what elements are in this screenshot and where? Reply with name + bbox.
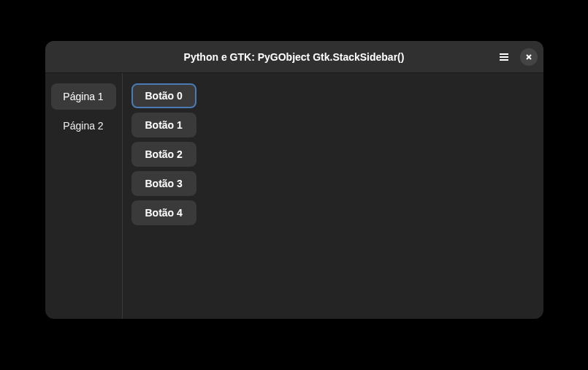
stack-content: Botão 0 Botão 1 Botão 2 Botão 3 Botão 4: [123, 73, 543, 319]
sidebar-item-label: Página 2: [63, 120, 103, 132]
hamburger-icon: [498, 51, 510, 63]
content-button-3[interactable]: Botão 3: [131, 171, 196, 196]
content-button-0[interactable]: Botão 0: [131, 83, 196, 108]
titlebar-controls: [495, 48, 538, 66]
application-window: Python e GTK: PyGObject Gtk.StackSidebar…: [45, 41, 543, 319]
close-button[interactable]: [520, 48, 538, 66]
close-icon: [525, 53, 532, 61]
sidebar-item-label: Página 1: [63, 91, 103, 102]
titlebar: Python e GTK: PyGObject Gtk.StackSidebar…: [45, 41, 543, 73]
sidebar-item-page-1[interactable]: Página 1: [51, 83, 116, 110]
window-body: Página 1 Página 2 Botão 0 Botão 1 Botão …: [45, 73, 543, 319]
svg-rect-2: [500, 59, 508, 61]
content-button-1[interactable]: Botão 1: [131, 113, 196, 137]
window-title: Python e GTK: PyGObject Gtk.StackSidebar…: [184, 51, 405, 63]
content-button-4[interactable]: Botão 4: [131, 200, 196, 225]
content-button-2[interactable]: Botão 2: [131, 142, 196, 167]
stack-sidebar: Página 1 Página 2: [45, 73, 123, 319]
sidebar-item-page-2[interactable]: Página 2: [51, 113, 116, 139]
svg-rect-1: [500, 56, 508, 58]
svg-rect-0: [500, 53, 508, 55]
hamburger-menu-button[interactable]: [495, 48, 513, 66]
